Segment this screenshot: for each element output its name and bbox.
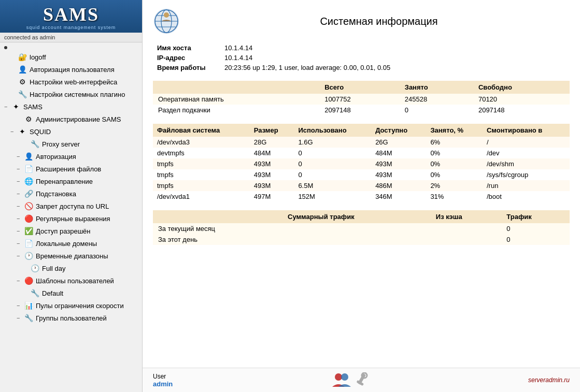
sidebar-item-full-day[interactable]: 🕐Full day	[0, 262, 142, 274]
sidebar-item-squid[interactable]: −✦SQUID	[0, 125, 142, 138]
expand-icon: −	[17, 240, 23, 246]
sidebar-item-speed-limits[interactable]: −📊Пулы ограничения скорости	[0, 299, 142, 312]
footer-tool-icon	[355, 372, 369, 388]
file-ext-icon: 📄	[24, 164, 33, 173]
fs-pct: 0%	[426, 158, 483, 169]
traffic-period: За текущий месяц	[153, 223, 282, 234]
bullet-icon	[4, 46, 7, 49]
fs-mount: /dev/shm	[483, 158, 570, 169]
fs-col-size: Размер	[250, 124, 294, 137]
traffic-row: За этот день 0	[153, 234, 570, 245]
sidebar-label-web-settings: Настройки web-интерфейса	[30, 78, 117, 86]
mem-free: 2097148	[473, 105, 570, 115]
sidebar-label-time-ranges: Временные диапазоны	[36, 252, 108, 260]
sidebar-item-plugins[interactable]: 🔧Настройки системных плагино	[0, 88, 142, 100]
fs-size: 493M	[250, 158, 294, 169]
expand-icon: −	[10, 128, 17, 135]
fs-col-avail: Доступно	[371, 124, 426, 137]
footer-user-label: User	[153, 373, 173, 380]
fs-mount: /run	[483, 180, 570, 191]
sidebar-item-logoff[interactable]: 🔐logoff	[0, 51, 142, 63]
footer-icons	[332, 372, 369, 388]
fs-col-pct: Занято, %	[426, 124, 483, 137]
traffic-col-cache: Из кэша	[431, 210, 501, 223]
regex-icon: 🔴	[24, 214, 33, 223]
main-footer: User admin serveradmin.ru	[143, 368, 580, 392]
fs-mount: /boot	[483, 191, 570, 202]
sidebar-label-plugins: Настройки системных плагино	[30, 91, 125, 98]
fs-mount: /	[483, 137, 570, 148]
fs-pct: 6%	[426, 137, 483, 148]
expand-icon: −	[17, 228, 23, 234]
traffic-traffic: 0	[501, 223, 570, 234]
sidebar-label-regex: Регулярные выражения	[36, 215, 110, 223]
traffic-table: Суммарный трафик Из кэша Трафик За текущ…	[153, 210, 570, 245]
sidebar: SAMS squid account management system con…	[0, 0, 143, 392]
sidebar-item-url-block[interactable]: −🚫Запрет доступа по URL	[0, 200, 142, 212]
allow-icon: ✅	[24, 226, 33, 236]
expand-icon: −	[17, 315, 23, 321]
web-settings-icon: ⚙	[18, 77, 27, 86]
default-icon: 🔧	[30, 288, 39, 298]
sidebar-item-bullet[interactable]	[0, 45, 142, 51]
sidebar-item-proxy-server[interactable]: 🔧Proxy server	[0, 138, 142, 150]
sams-admin-icon: ⚙	[24, 114, 33, 124]
mem-free: 70120	[473, 94, 570, 105]
fs-avail: 493M	[371, 158, 426, 169]
hostname-label: Имя хоста	[153, 43, 220, 53]
sidebar-item-auth[interactable]: −👤Авторизация	[0, 150, 142, 163]
expand-icon: −	[17, 278, 23, 284]
fs-pct: 0%	[426, 148, 483, 158]
system-info-table: Имя хоста 10.1.4.14 IP-адрес 10.1.4.14 В…	[153, 43, 570, 72]
expand-icon: −	[17, 153, 23, 159]
auth-icon: 👤	[24, 152, 33, 161]
fs-row: tmpfs 493M 0 493M 0% /dev/shm	[153, 158, 570, 169]
fs-used: 152M	[294, 191, 371, 202]
fs-name: tmpfs	[153, 180, 250, 191]
sidebar-label-auth: Авторизация	[36, 153, 76, 161]
sidebar-item-user-groups[interactable]: −🔧Группы пользователей	[0, 312, 142, 324]
url-block-icon: 🚫	[24, 201, 33, 211]
sidebar-item-auth-user[interactable]: 👤Авторизация пользователя	[0, 63, 142, 76]
sidebar-item-allow[interactable]: −✅Доступ разрешён	[0, 225, 142, 237]
footer-user: User admin	[153, 373, 173, 388]
full-day-icon: 🕐	[30, 264, 39, 273]
traffic-cache	[431, 234, 501, 245]
mem-col-free: Свободно	[473, 81, 570, 94]
uptime-value: 20:23:56 up 1:29, 1 user, load average: …	[220, 63, 570, 72]
mem-row: Оперативная память 1007752 245528 70120	[153, 94, 570, 105]
sidebar-label-speed-limits: Пулы ограничения скорости	[36, 302, 124, 310]
sidebar-item-sams-admin[interactable]: ⚙Администрирование SAMS	[0, 113, 142, 125]
fs-row: tmpfs 493M 0 493M 0% /sys/fs/cgroup	[153, 169, 570, 180]
sidebar-subtitle: squid account management system	[3, 25, 139, 30]
expand-icon: −	[17, 166, 23, 172]
sidebar-connected: connected as admin	[0, 33, 142, 42]
sidebar-label-squid: SQUID	[30, 128, 51, 136]
sidebar-item-redirect[interactable]: −🌐Перенаправление	[0, 175, 142, 187]
fs-name: tmpfs	[153, 158, 250, 169]
sidebar-item-local-domains[interactable]: −📄Локальные домены	[0, 237, 142, 250]
sidebar-item-subst[interactable]: −🔗Подстановка	[0, 187, 142, 200]
fs-used: 0	[294, 158, 371, 169]
sidebar-item-web-settings[interactable]: ⚙Настройки web-интерфейса	[0, 76, 142, 88]
sidebar-label-url-block: Запрет доступа по URL	[36, 202, 109, 210]
expand-icon: −	[17, 178, 23, 184]
sidebar-item-user-templates[interactable]: −🔴Шаблоны пользователей	[0, 274, 142, 287]
fs-avail: 486M	[371, 180, 426, 191]
sidebar-item-default[interactable]: 🔧Default	[0, 287, 142, 299]
fs-size: 28G	[250, 137, 294, 148]
sidebar-label-auth-user: Авторизация пользователя	[30, 66, 115, 74]
traffic-col-period	[153, 210, 282, 223]
sidebar-item-regex[interactable]: −🔴Регулярные выражения	[0, 212, 142, 225]
expand-icon: −	[17, 203, 23, 209]
sidebar-tree[interactable]: 🔐logoff👤Авторизация пользователя⚙Настрой…	[0, 42, 142, 392]
sidebar-item-file-ext[interactable]: −📄Расширения файлов	[0, 163, 142, 175]
ip-label: IP-адрес	[153, 53, 220, 63]
sidebar-item-sams[interactable]: −✦SAMS	[0, 100, 142, 113]
fs-used: 0	[294, 169, 371, 180]
traffic-summary	[282, 234, 431, 245]
sidebar-item-time-ranges[interactable]: −🕐Временные диапазоны	[0, 250, 142, 262]
fs-avail: 346M	[371, 191, 426, 202]
fs-row: tmpfs 493M 6.5M 486M 2% /run	[153, 180, 570, 191]
fs-col-used: Использовано	[294, 124, 371, 137]
